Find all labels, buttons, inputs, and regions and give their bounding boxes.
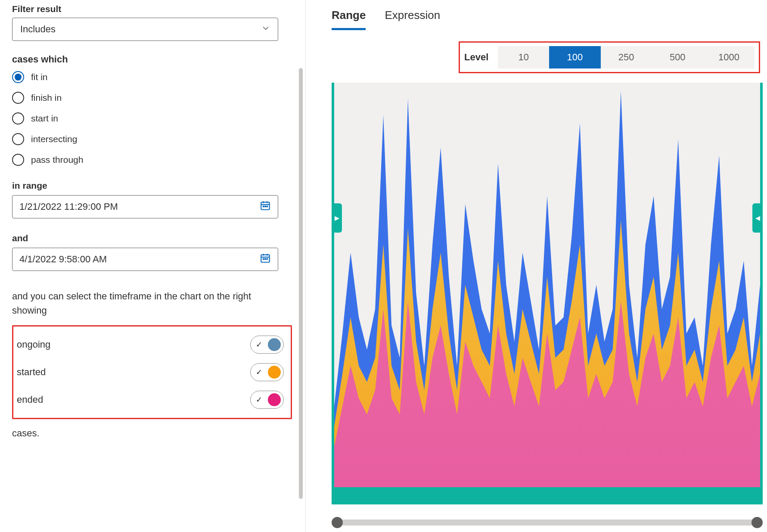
radio-label: fit in (31, 72, 48, 82)
range-start-input[interactable]: 1/21/2022 11:29:00 PM (12, 195, 278, 218)
svg-point-4 (263, 206, 264, 207)
calendar-icon[interactable] (260, 200, 271, 214)
slider-track (332, 520, 763, 526)
mode-tabs: RangeExpression (332, 9, 763, 30)
series-toggle-box: ongoing✓started✓ended✓ (12, 325, 292, 419)
range-end-input[interactable]: 4/1/2022 9:58:00 AM (12, 248, 278, 271)
radio-start-in[interactable]: start in (12, 112, 293, 124)
level-option-100[interactable]: 100 (549, 46, 600, 68)
cases-radio-group: fit infinish instart inintersectingpass … (12, 71, 293, 166)
range-handle-right[interactable]: ◂ (752, 203, 763, 233)
radio-pass-through[interactable]: pass through (12, 154, 293, 166)
svg-point-5 (265, 206, 266, 207)
radio-label: finish in (31, 93, 62, 103)
toggle-row-ended: ended✓ (17, 386, 284, 414)
toggle-started[interactable]: ✓ (250, 363, 284, 381)
toggle-label: started (17, 367, 46, 378)
check-icon: ✓ (256, 340, 264, 349)
svg-point-12 (265, 258, 266, 259)
trailing-text: cases. (12, 428, 293, 439)
radio-label: start in (31, 113, 58, 124)
level-option-500[interactable]: 500 (652, 46, 703, 68)
range-start-value: 1/21/2022 11:29:00 PM (19, 201, 118, 212)
radio-finish-in[interactable]: finish in (12, 92, 293, 104)
and-label: and (12, 233, 293, 243)
toggle-knob (268, 366, 281, 379)
toggle-label: ended (17, 394, 43, 405)
radio-circle[interactable] (12, 154, 24, 166)
toggle-ended[interactable]: ✓ (250, 391, 284, 409)
explain-text: and you can select the timeframe in the … (12, 289, 283, 317)
calendar-icon[interactable] (260, 252, 271, 266)
toggle-knob (268, 338, 281, 351)
filter-panel: Filter result Includes cases which fit i… (0, 0, 306, 532)
filter-result-value: Includes (20, 24, 56, 35)
toggle-ongoing[interactable]: ✓ (250, 336, 284, 354)
level-option-250[interactable]: 250 (601, 46, 652, 68)
slider-knob-left[interactable] (332, 517, 343, 528)
range-end-value: 4/1/2022 9:58:00 AM (19, 254, 107, 265)
slider-knob-right[interactable] (751, 517, 763, 528)
chart-range-label: 1/21/2022 - 4/1/2022 (340, 491, 424, 501)
toggle-row-ongoing: ongoing✓ (17, 331, 284, 358)
tab-expression[interactable]: Expression (385, 9, 440, 30)
toggle-row-started: started✓ (17, 358, 284, 386)
timeline-chart[interactable]: ▸ ◂ 1/21/2022 - 4/1/2022 (332, 83, 763, 504)
level-option-1000[interactable]: 1000 (703, 46, 755, 68)
chart-panel: RangeExpression Level 101002505001000 ▸ … (306, 0, 767, 532)
chevron-down-icon (261, 24, 270, 35)
check-icon: ✓ (256, 395, 264, 404)
svg-point-6 (267, 206, 267, 207)
radio-label: intersecting (31, 134, 77, 144)
radio-circle[interactable] (12, 92, 24, 104)
toggle-knob (268, 393, 281, 406)
level-label: Level (464, 52, 488, 63)
svg-point-13 (267, 258, 267, 259)
in-range-label: in range (12, 180, 293, 191)
radio-label: pass through (31, 155, 83, 165)
radio-intersecting[interactable]: intersecting (12, 133, 293, 145)
svg-point-11 (263, 258, 264, 259)
radio-fit-in[interactable]: fit in (12, 71, 293, 83)
level-selector: Level 101002505001000 (459, 41, 760, 73)
tab-range[interactable]: Range (332, 9, 366, 30)
filter-result-select[interactable]: Includes (12, 18, 278, 41)
radio-circle[interactable] (12, 133, 24, 145)
radio-circle[interactable] (12, 112, 24, 124)
filter-result-label: Filter result (12, 4, 293, 14)
cases-which-label: cases which (12, 54, 293, 65)
check-icon: ✓ (256, 367, 264, 377)
level-option-10[interactable]: 10 (498, 46, 549, 68)
radio-circle[interactable] (12, 71, 24, 83)
scrollbar[interactable] (299, 68, 303, 499)
level-segmented[interactable]: 101002505001000 (498, 46, 755, 68)
toggle-label: ongoing (17, 339, 50, 350)
zoom-slider[interactable] (332, 517, 763, 528)
range-handle-left[interactable]: ▸ (332, 203, 342, 233)
